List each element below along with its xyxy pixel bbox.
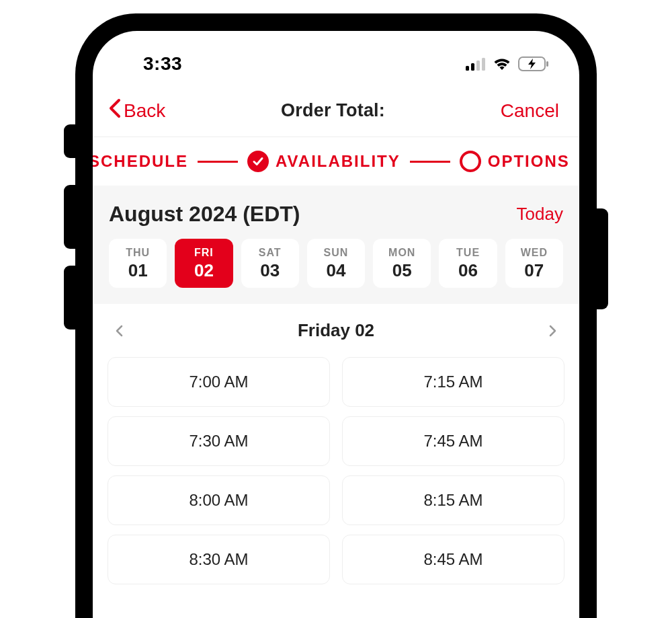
cellular-signal-icon [466,57,486,71]
stepper-line [410,161,450,163]
calendar-day-number: 05 [373,260,431,281]
stepper-line [198,161,238,163]
status-icons [466,56,549,71]
time-slot[interactable]: 8:30 AM [108,535,330,584]
calendar-month-title: August 2024 (EDT) [109,202,300,227]
back-button[interactable]: Back [108,98,165,123]
status-bar: 3:33 [93,31,579,83]
calendar-day-cell[interactable]: TUE06 [439,239,497,288]
calendar-day-of-week: FRI [175,247,233,259]
calendar-day-number: 07 [505,260,563,281]
calendar-day-of-week: TUE [439,247,497,259]
time-slot-grid: 7:00 AM7:15 AM7:30 AM7:45 AM8:00 AM8:15 … [93,357,579,584]
time-slot[interactable]: 7:30 AM [108,416,330,466]
today-button[interactable]: Today [517,204,563,225]
time-slot[interactable]: 7:00 AM [108,357,330,407]
calendar-day-cell[interactable]: MON05 [373,239,431,288]
chevron-left-icon [108,98,122,123]
progress-stepper: SCHEDULE AVAILABILITY OPTIONS [93,137,579,186]
svg-rect-5 [546,61,548,67]
nav-bar: Back Order Total: Cancel [93,83,579,137]
calendar-month-header: August 2024 (EDT) Today [109,202,563,227]
step-schedule-label[interactable]: SCHEDULE [93,152,188,171]
calendar-day-number: 02 [175,260,233,281]
calendar-month-block: August 2024 (EDT) Today THU01FRI02SAT03S… [93,186,579,304]
time-slot[interactable]: 8:00 AM [108,475,330,525]
calendar-day-cell[interactable]: SAT03 [241,239,299,288]
svg-rect-0 [466,66,469,71]
page-title: Order Total: [281,100,385,121]
selected-day-title: Friday 02 [298,320,374,341]
next-day-button[interactable] [544,323,560,339]
time-slot[interactable]: 7:15 AM [342,357,564,407]
phone-volume-down [64,266,76,330]
back-label: Back [124,100,165,122]
svg-rect-2 [476,61,480,71]
calendar-day-number: 06 [439,260,497,281]
calendar-day-cell[interactable]: FRI02 [175,239,233,288]
calendar-day-of-week: THU [109,247,167,259]
calendar-day-of-week: SUN [307,247,365,259]
svg-rect-1 [471,63,474,71]
day-navigation: Friday 02 [93,304,579,357]
calendar-day-of-week: SAT [241,247,299,259]
step-availability-label[interactable]: AVAILABILITY [276,152,401,171]
checkmark-circle-icon [247,151,269,172]
calendar-day-of-week: MON [373,247,431,259]
calendar-day-cell[interactable]: SUN04 [307,239,365,288]
phone-mute-switch [64,124,76,158]
calendar-day-of-week: WED [505,247,563,259]
calendar-day-cell[interactable]: WED07 [505,239,563,288]
time-slot[interactable]: 7:45 AM [342,416,564,466]
status-time: 3:33 [143,53,182,75]
time-slot[interactable]: 8:15 AM [342,475,564,525]
calendar-day-number: 04 [307,260,365,281]
calendar-day-number: 01 [109,260,167,281]
phone-power-button [596,208,608,309]
step-options-label[interactable]: OPTIONS [488,152,570,171]
cancel-button[interactable]: Cancel [501,100,559,122]
time-slot[interactable]: 8:45 AM [342,535,564,584]
phone-volume-up [64,185,76,249]
calendar-day-number: 03 [241,260,299,281]
calendar-day-cell[interactable]: THU01 [109,239,167,288]
svg-rect-3 [482,58,485,71]
previous-day-button[interactable] [112,323,128,339]
phone-frame: 3:33 [75,13,597,618]
phone-screen: 3:33 [93,31,579,618]
empty-circle-icon [460,151,481,172]
battery-charging-icon [518,56,549,71]
calendar-day-strip[interactable]: THU01FRI02SAT03SUN04MON05TUE06WED07 [109,239,563,288]
wifi-icon [493,57,511,71]
